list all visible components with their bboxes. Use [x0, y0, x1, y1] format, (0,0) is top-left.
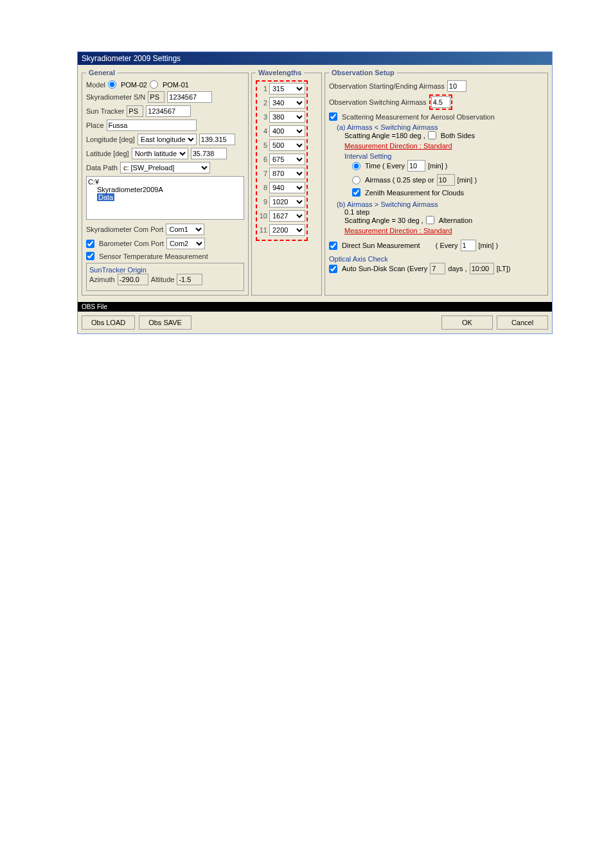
- baro-check[interactable]: [86, 240, 94, 248]
- model-pom02-radio[interactable]: [108, 80, 116, 89]
- wavelength-select[interactable]: 380: [269, 111, 305, 123]
- obs-load-button[interactable]: Obs LOAD: [82, 315, 135, 330]
- settings-dialog: Skyradiometer 2009 Settings General Mode…: [77, 51, 553, 334]
- wavelength-select[interactable]: 500: [269, 139, 305, 151]
- wavelength-row: 91020: [258, 196, 305, 208]
- tracker-prefix: [127, 105, 143, 117]
- direct-sun-check[interactable]: [329, 242, 337, 250]
- time-input[interactable]: [407, 160, 425, 172]
- wavelength-select[interactable]: 2200: [269, 224, 305, 236]
- wavelength-select[interactable]: 315: [269, 83, 305, 94]
- ok-button[interactable]: OK: [441, 315, 493, 330]
- datapath-select[interactable]: c: [SW_Preload]: [120, 162, 210, 173]
- alternation-check[interactable]: [426, 216, 434, 224]
- place-input[interactable]: [107, 120, 197, 131]
- wavelength-select[interactable]: 870: [269, 168, 305, 179]
- tracker-input[interactable]: [146, 105, 191, 117]
- altitude-input: [177, 274, 202, 285]
- wavelength-select[interactable]: 940: [269, 182, 305, 193]
- direct-input[interactable]: [461, 240, 476, 251]
- lon-dir-select[interactable]: East longitude: [138, 134, 197, 145]
- auto-days-input: [430, 263, 445, 274]
- airmass-input: [437, 174, 455, 186]
- lon-label: Longitude [deg]: [86, 136, 135, 143]
- wavelength-row: 6675: [258, 154, 305, 165]
- wavelength-select[interactable]: 1020: [269, 196, 305, 208]
- wavelength-row: 5500: [258, 139, 305, 151]
- origin-box: SunTracker Origin Azimuth Altitude: [86, 263, 244, 291]
- scatter-check[interactable]: [329, 112, 337, 121]
- wavelengths-legend: Wavelengths: [256, 69, 304, 76]
- auto-time-input: [470, 263, 494, 274]
- baro-select[interactable]: Com2: [166, 238, 205, 249]
- tracker-label: Sun Tracker: [86, 107, 124, 115]
- sensor-check[interactable]: [86, 252, 94, 260]
- auto-scan-check[interactable]: [329, 265, 337, 273]
- model-label: Model: [86, 81, 105, 89]
- cancel-button[interactable]: Cancel: [497, 315, 548, 330]
- zenith-check[interactable]: [352, 188, 360, 197]
- wavelength-row: 3380: [258, 111, 305, 123]
- interval-airmass-radio[interactable]: [352, 176, 360, 184]
- place-label: Place: [86, 121, 104, 129]
- wavelength-row: 7870: [258, 168, 305, 179]
- wavelength-row: 2340: [258, 97, 305, 109]
- wavelength-select[interactable]: 1627: [269, 210, 305, 222]
- lat-label: Latitude [deg]: [86, 150, 129, 157]
- general-group: General Model POM-02 POM-01 Skyradiomete…: [82, 69, 249, 296]
- datapath-label: Data Path: [86, 164, 118, 172]
- titlebar: Skyradiometer 2009 Settings: [78, 52, 552, 65]
- sensor-label: Sensor Temperature Measurement: [99, 252, 208, 260]
- wavelength-row: 1315: [258, 83, 305, 94]
- dir-tree[interactable]: C:¥ Skyradiometer2009A Data: [86, 176, 244, 220]
- wavelength-row: 4400: [258, 125, 305, 137]
- baro-label: Barometer Com Port: [99, 240, 164, 247]
- com-label: Skyradiometer Com Port: [86, 226, 163, 233]
- sn-prefix: [148, 91, 164, 103]
- sn-input[interactable]: [167, 91, 212, 103]
- start-end-input[interactable]: [447, 80, 466, 92]
- origin-label: SunTracker Origin: [89, 266, 241, 274]
- model-pom01-radio[interactable]: [150, 80, 158, 89]
- general-legend: General: [86, 69, 118, 76]
- lon-input[interactable]: [199, 134, 235, 145]
- lat-input[interactable]: [191, 148, 227, 159]
- obs-file-bar: OBS File: [78, 302, 552, 312]
- switch-input[interactable]: [431, 96, 450, 108]
- obs-legend: Observation Setup: [329, 69, 397, 76]
- obs-group: Observation Setup Observation Starting/E…: [324, 69, 548, 296]
- sn-label: Skyradiometer S/N: [86, 93, 145, 101]
- wavelength-select[interactable]: 340: [269, 97, 305, 109]
- wavelength-select[interactable]: 675: [269, 154, 305, 165]
- wavelength-select[interactable]: 400: [269, 125, 305, 137]
- obs-save-button[interactable]: Obs SAVE: [139, 315, 191, 330]
- wavelength-row: 101627: [258, 210, 305, 222]
- both-sides-check[interactable]: [428, 131, 436, 139]
- wavelength-row: 8940: [258, 182, 305, 193]
- lat-dir-select[interactable]: North latitude: [132, 148, 188, 159]
- com-select[interactable]: Com1: [166, 224, 204, 235]
- azimuth-input: [118, 274, 148, 285]
- interval-time-radio[interactable]: [352, 162, 360, 170]
- wavelength-row: 112200: [258, 224, 305, 236]
- wavelengths-group: Wavelengths 1315234033804400550066757870…: [251, 69, 322, 296]
